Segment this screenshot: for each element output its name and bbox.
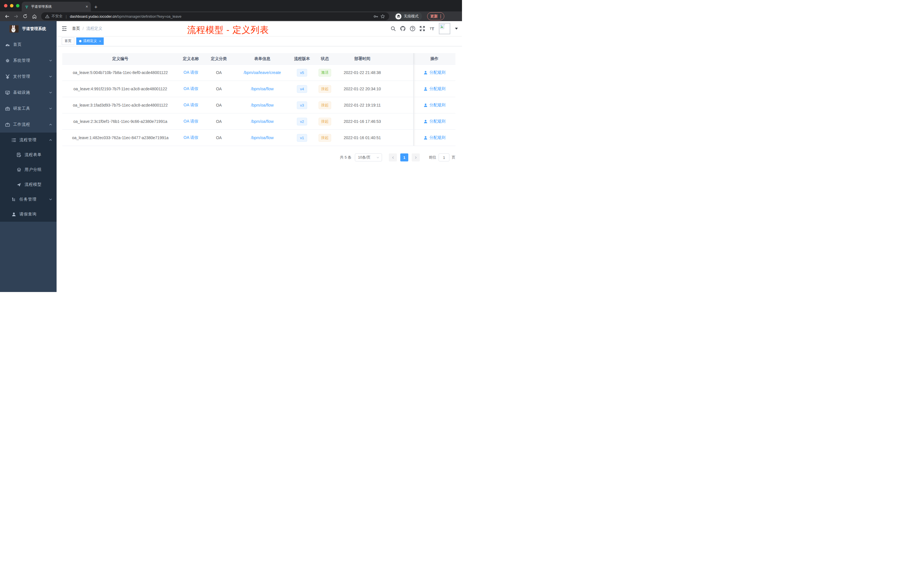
page-size-select[interactable]: 10条/页 (355, 153, 382, 162)
deploy-time: 2022-01-16 17:46:53 (336, 114, 389, 130)
browser-tab[interactable]: 芋道管理系统 × (22, 2, 91, 12)
sidebar-toggle-button[interactable] (61, 25, 68, 32)
zoom-window-button[interactable] (16, 4, 20, 7)
yen-icon (5, 74, 10, 79)
back-button[interactable] (3, 12, 11, 20)
sidebar-item-infrastructure[interactable]: 基础设施 (0, 84, 56, 101)
reload-button[interactable] (21, 12, 29, 20)
sidebar-item-process-model[interactable]: 流程模型 (0, 177, 56, 192)
form-link[interactable]: /bpm/oa/flow (251, 103, 274, 107)
home-button[interactable] (30, 12, 38, 20)
sidebar-item-devtools[interactable]: 研发工具 (0, 101, 56, 117)
definition-name-link[interactable]: OA 请假 (183, 70, 198, 75)
sidebar-item-process-form[interactable]: 流程表单 (0, 147, 56, 162)
form-link[interactable]: /bpm/oa/flow (251, 87, 274, 91)
sidebar-item-payment[interactable]: 支付管理 (0, 69, 56, 84)
definition-category: OA (203, 114, 234, 130)
sidebar-item-workflow[interactable]: 工作流程 (0, 117, 56, 133)
security-label[interactable]: 不安全 (51, 14, 63, 19)
update-button[interactable]: 更新 (427, 12, 444, 20)
help-icon[interactable] (410, 26, 416, 31)
deploy-time: 2022-01-22 19:19:11 (336, 97, 389, 114)
chevron-down-icon (376, 156, 380, 159)
tag-process-definition[interactable]: 流程定义 × (76, 38, 104, 45)
status-badge: 挂起 (318, 118, 331, 125)
update-label: 更新 (430, 14, 438, 19)
form-link[interactable]: /bpm/oa/leave/create (244, 70, 281, 75)
sidebar-item-user-group[interactable]: 用户分组 (0, 162, 56, 177)
sidebar-item-leave-query[interactable]: 请假查询 (0, 207, 56, 222)
definition-id: oa_leave:2:3c1f0ef1-76b1-11ec-9c66-a2380… (62, 114, 178, 130)
definition-id: oa_leave:5:004b710b-7b8a-11ec-8ef0-acde4… (62, 64, 178, 81)
bookmark-star-icon[interactable] (380, 14, 385, 19)
definition-id: oa_leave:1:482ec033-762a-11ec-8477-a2380… (62, 130, 178, 146)
assign-rule-button[interactable]: 分配规则 (423, 86, 446, 91)
definition-category: OA (203, 130, 234, 146)
minimize-window-button[interactable] (10, 4, 13, 7)
definition-id: oa_leave:3:1fad3d93-7b75-11ec-a3c8-acde4… (62, 97, 178, 114)
sidebar-menu: 首页 系统管理 支付管理 基础设施 研发工具 工作流程 (0, 36, 56, 222)
form-link[interactable]: /bpm/oa/flow (251, 119, 274, 124)
gear-icon (5, 58, 10, 63)
assign-rule-button[interactable]: 分配规则 (423, 135, 446, 140)
tab-close-icon[interactable]: × (86, 5, 88, 8)
browser-menu-dots-icon[interactable] (440, 15, 441, 18)
table-row: oa_leave:2:3c1f0ef1-76b1-11ec-9c66-a2380… (62, 114, 455, 130)
navbar-actions: TT (390, 21, 458, 36)
table-row: oa_leave:1:482ec033-762a-11ec-8477-a2380… (62, 130, 455, 146)
definition-name-link[interactable]: OA 请假 (183, 86, 198, 91)
assign-rule-button[interactable]: 分配规则 (423, 102, 446, 108)
version-badge: v1 (297, 134, 307, 142)
breadcrumb-home[interactable]: 首页 (72, 26, 80, 31)
chevron-down-icon (49, 107, 52, 110)
assign-rule-button[interactable]: 分配规则 (423, 119, 446, 124)
font-size-icon[interactable]: TT (429, 26, 435, 31)
avatar[interactable] (439, 23, 450, 34)
url-bar[interactable]: 不安全 | dashboard.yudao.iocoder.cn/bpm/man… (41, 12, 389, 20)
breadcrumb-current: 流程定义 (86, 26, 102, 31)
pagination-total: 共 5 条 (340, 155, 351, 160)
github-icon[interactable] (400, 26, 406, 31)
forward-button[interactable] (12, 12, 20, 20)
deploy-time: 2022-01-16 01:40:51 (336, 130, 389, 146)
jump-prefix: 前往 (429, 155, 436, 160)
definition-name-link[interactable]: OA 请假 (183, 135, 198, 140)
tag-home[interactable]: 首页 (62, 38, 74, 45)
briefcase-icon (5, 122, 10, 127)
column-filler (389, 53, 413, 64)
sidebar-item-system[interactable]: 系统管理 (0, 53, 56, 69)
workflow-submenu: 流程管理 流程表单 用户分组 流程模型 任务管理 请假 (0, 133, 56, 222)
list-icon (12, 138, 16, 143)
definition-name-link[interactable]: OA 请假 (183, 119, 198, 124)
url-host: dashboard.yudao.iocoder.cn (70, 14, 116, 18)
active-dot (79, 40, 81, 42)
deploy-time: 2022-01-22 21:48:38 (336, 64, 389, 81)
current-page-button[interactable]: 1 (400, 153, 408, 162)
dashboard-icon (5, 42, 10, 47)
key-icon[interactable] (373, 14, 378, 19)
breadcrumb: 首页 / 流程定义 (72, 26, 102, 31)
sidebar-item-process-management[interactable]: 流程管理 (0, 133, 56, 147)
close-window-button[interactable] (4, 4, 7, 7)
page-jump-input[interactable] (439, 153, 449, 162)
form-link[interactable]: /bpm/oa/flow (251, 135, 274, 140)
search-icon[interactable] (390, 26, 396, 31)
incognito-icon (396, 13, 401, 20)
sidebar-item-task-management[interactable]: 任务管理 (0, 192, 56, 207)
sidebar-logo[interactable]: 芋道管理系统 (0, 21, 56, 36)
chevron-down-icon (49, 91, 52, 94)
browser-tab-strip: 芋道管理系统 × + (0, 0, 462, 12)
definition-name-link[interactable]: OA 请假 (183, 102, 198, 108)
new-tab-button[interactable]: + (94, 4, 97, 10)
url-path: /bpm/manager/definition?key=oa_leave (117, 14, 182, 18)
caret-down-icon[interactable] (455, 27, 458, 30)
fullscreen-icon[interactable] (419, 26, 425, 31)
robot-icon (16, 167, 21, 172)
chevron-up-icon (49, 123, 52, 126)
top-navbar: 首页 / 流程定义 流程模型 - 定义列表 TT (56, 21, 462, 36)
sidebar-item-home[interactable]: 首页 (0, 36, 56, 53)
next-page-button[interactable] (412, 153, 420, 162)
assign-rule-button[interactable]: 分配规则 (423, 70, 446, 75)
tag-close-icon[interactable]: × (99, 40, 101, 43)
prev-page-button[interactable] (389, 153, 397, 162)
